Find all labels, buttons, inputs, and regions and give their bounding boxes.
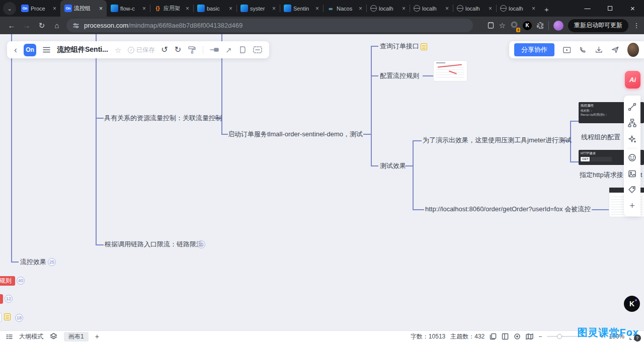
format-painter-icon[interactable] [188,46,196,54]
note-icon[interactable] [4,313,11,320]
layout-icon[interactable] [502,333,509,340]
tab-nacos[interactable]: ∞ Nacos × [323,0,366,17]
caption-http-request[interactable]: 指定http请求接 [580,171,623,179]
topic-start-order-service[interactable]: 启动订单服务tlmall-order-sentinel-demo，测试 [228,130,363,138]
topic-count-badge[interactable]: 25 [48,258,56,266]
caption-thread-group-config[interactable]: 线程组的配置 [581,133,620,141]
download-icon[interactable] [595,45,603,54]
tab-localhost-1[interactable]: localh × [366,0,410,17]
user-avatar[interactable] [627,43,639,57]
topic-count-badge[interactable]: 40 [17,277,25,285]
tab-app-arch[interactable]: {} 应用架 × [150,0,193,17]
canvas-tab[interactable]: 画布1 [64,332,89,341]
zoom-slider-knob[interactable] [557,334,562,339]
tab-close-icon[interactable]: × [185,5,190,12]
tab-close-icon[interactable]: × [531,5,536,12]
back-chevron-icon[interactable]: ‹ [14,45,17,54]
topic-query-order-api[interactable]: 查询订单接口 [380,42,419,50]
note-icon[interactable] [421,43,427,50]
topic-test-effect[interactable]: 测试效果 [380,162,406,170]
undo-icon[interactable]: ↺ [161,46,168,54]
structure-icon[interactable] [624,115,640,131]
tab-close-icon[interactable]: × [52,5,57,12]
outline-mode-icon[interactable] [6,334,13,339]
site-settings-icon[interactable] [72,22,79,29]
tab-basic[interactable]: basic × [193,0,236,17]
extensions-puzzle-icon[interactable] [536,22,544,29]
tab-close-icon[interactable]: × [358,5,363,12]
layers-icon[interactable] [50,333,57,340]
locate-target-icon[interactable] [514,333,521,340]
tab-close-icon[interactable]: × [488,5,493,12]
tag-icon[interactable] [624,182,640,198]
topic-clipped[interactable] [0,312,2,322]
insert-topic-icon[interactable] [210,46,219,53]
outline-frame-icon[interactable] [253,46,262,53]
add-canvas-button[interactable]: + [95,332,99,340]
flow-rule-table-thumbnail[interactable] [434,61,467,81]
topic-url-flow-limited[interactable]: http://localhost:8060/order/getOrder?use… [425,205,591,213]
beautify-magic-icon[interactable] [624,131,640,147]
share-collaborate-button[interactable]: 分享协作 [514,43,554,56]
send-icon[interactable] [611,45,619,54]
tab-close-icon[interactable]: × [271,5,277,12]
tab-mindmap-active[interactable]: On 流控组 × [60,0,107,17]
topic-rule-red[interactable]: 规则 [0,276,15,286]
window-minimize-button[interactable]: — [576,0,599,17]
relation-line-icon[interactable]: ↗ [225,46,232,54]
topic-count-badge[interactable]: 12 [5,295,13,303]
add-plus-icon[interactable]: + [624,198,640,214]
relation-link-icon[interactable] [624,99,640,115]
outline-mode-label[interactable]: 大纲模式 [19,332,43,341]
image-icon[interactable] [624,165,640,182]
ai-assistant-button[interactable]: Ai [625,71,640,89]
phone-icon[interactable] [579,45,587,54]
topic-red-clipped[interactable] [0,294,3,304]
favorite-star-icon[interactable]: ☆ [115,46,121,54]
menu-icon[interactable] [43,47,50,53]
tab-localhost-3[interactable]: localh × [453,0,496,17]
k-floating-button[interactable]: K [624,296,640,312]
processon-logo[interactable]: On [24,44,36,56]
url-omnibox[interactable]: processon.com/mindmap/66f8ae8b7d86f00413… [66,19,473,32]
profile-avatar[interactable] [553,21,564,31]
tab-localhost-4[interactable]: localh × [496,0,539,17]
redo-icon[interactable]: ↻ [175,46,181,54]
tab-processon-home[interactable]: On Proce × [17,0,60,17]
emoji-icon[interactable] [624,149,640,165]
browser-menu-icon[interactable]: ⋮ [633,22,640,29]
topic-count-badge[interactable]: 18 [15,314,23,322]
tab-close-icon[interactable]: × [314,5,320,12]
tab-close-icon[interactable]: × [401,5,407,12]
restart-to-update-button[interactable]: 重新启动即可更新 [568,19,628,32]
window-maximize-button[interactable] [599,0,621,17]
forward-icon[interactable]: → [19,21,34,30]
back-icon[interactable]: ← [4,21,19,30]
presentation-icon[interactable] [563,46,571,54]
extension-with-badge[interactable]: 3 [510,21,518,31]
topic-relation-flow-control[interactable]: 具有关系的资源流量控制：关联流量控制 [104,114,222,122]
tab-flow[interactable]: flow-c × [107,0,150,17]
zoom-out-button[interactable]: − [538,333,542,340]
document-title[interactable]: 流控组件Senti... [57,45,108,54]
tab-close-icon[interactable]: × [141,5,147,12]
copy-page-icon[interactable] [490,333,497,340]
tab-system[interactable]: syster × [236,0,280,17]
home-icon[interactable]: ⌂ [49,21,64,30]
topic-config-flow-rule[interactable]: 配置流控规则 [380,72,419,80]
topic-flow-effect[interactable]: 流控效果 [20,258,46,266]
tab-close-icon[interactable]: × [228,5,233,12]
tab-close-icon[interactable]: × [444,5,450,12]
mindmap-canvas[interactable] [0,34,644,342]
bookmark-star-icon[interactable]: ☆ [499,21,506,30]
topic-chain-limit[interactable]: 根据调用链路入口限流：链路限流 [105,240,203,248]
reload-icon[interactable]: ↻ [34,21,49,30]
window-close-button[interactable]: × [621,0,644,17]
tab-sentinel[interactable]: Sentin × [280,0,323,17]
minimap-icon[interactable] [526,333,533,340]
new-tab-button[interactable]: + [544,5,549,14]
reading-list-icon[interactable] [487,22,495,29]
tab-close-icon[interactable]: × [98,5,104,12]
summary-icon[interactable] [238,46,247,54]
tab-localhost-2[interactable]: localh × [410,0,453,17]
